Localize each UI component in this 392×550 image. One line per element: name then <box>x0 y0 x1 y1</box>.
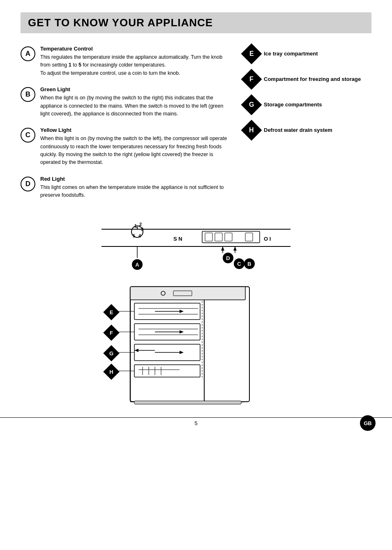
svg-rect-12 <box>215 233 222 241</box>
badge-b: B <box>21 87 35 102</box>
diagram-area: 1 2 3 5 4 S N O I <box>21 217 371 418</box>
main-content: A Temperature Control This regulates the… <box>21 46 371 209</box>
section-a-text: Temperature Control This regulates the t… <box>40 46 232 77</box>
section-b: B Green Light When the light is on (by m… <box>21 86 232 118</box>
page-title: GET TO KNOW YOUR APPLIANCE <box>28 16 364 29</box>
badge-a: A <box>21 46 35 61</box>
svg-rect-30 <box>204 287 249 402</box>
right-column: E Ice tray compartment F Compartment for… <box>244 46 371 209</box>
svg-text:O  I: O I <box>264 236 271 242</box>
badge-g: G <box>241 94 262 115</box>
svg-rect-70 <box>134 401 241 404</box>
left-column: A Temperature Control This regulates the… <box>21 46 232 209</box>
svg-rect-13 <box>225 233 232 241</box>
svg-marker-22 <box>233 246 237 251</box>
badge-h: H <box>241 120 262 141</box>
section-h: H Defrost water drain system <box>244 122 371 138</box>
section-d-body: This light comes on when the temperature… <box>40 184 232 200</box>
appliance-svg: E F G H <box>97 278 295 418</box>
section-b-title: Green Light <box>40 86 232 92</box>
section-a: A Temperature Control This regulates the… <box>21 46 232 77</box>
section-d-text: Red Light This light comes on when the t… <box>40 176 232 200</box>
svg-rect-32 <box>130 287 245 300</box>
page: GET TO KNOW YOUR APPLIANCE A Temperature… <box>0 0 392 435</box>
svg-rect-14 <box>245 233 253 241</box>
footer-divider <box>0 417 392 418</box>
badge-e: E <box>241 44 262 64</box>
section-d-title: Red Light <box>40 176 232 182</box>
svg-rect-11 <box>205 233 212 241</box>
appliance-diagram: E F G H <box>97 278 295 418</box>
section-g-title: Storage compartments <box>264 101 322 108</box>
badge-c: C <box>21 128 35 143</box>
control-panel-diagram: 1 2 3 5 4 S N O I <box>21 217 371 270</box>
section-c-body: When this light is on (by moving the swi… <box>40 135 232 167</box>
svg-text:B: B <box>247 261 251 267</box>
section-f: F Compartment for freezing and storage <box>244 71 371 87</box>
footer: 5 GB <box>0 417 392 426</box>
svg-text:H: H <box>109 369 113 375</box>
svg-text:E: E <box>110 309 113 315</box>
section-e: E Ice tray compartment <box>244 46 371 61</box>
svg-text:2: 2 <box>139 222 142 227</box>
svg-text:D: D <box>226 255 230 261</box>
section-h-title: Defrost water drain system <box>264 127 332 133</box>
section-a-title: Temperature Control <box>40 46 232 52</box>
section-f-title: Compartment for freezing and storage <box>264 76 361 82</box>
section-d: D Red Light This light comes on when the… <box>21 176 232 200</box>
footer-content: 5 GB <box>0 420 392 426</box>
svg-text:F: F <box>110 330 113 336</box>
page-number: 5 <box>194 420 197 426</box>
svg-text:A: A <box>135 262 139 268</box>
svg-text:C: C <box>237 261 241 267</box>
section-c-text: Yellow Light When this light is on (by m… <box>40 127 232 167</box>
svg-marker-21 <box>221 246 224 251</box>
section-c: C Yellow Light When this light is on (by… <box>21 127 232 167</box>
badge-f: F <box>241 69 262 90</box>
section-b-text: Green Light When the light is on (by mov… <box>40 86 232 118</box>
badge-d: D <box>21 177 35 191</box>
svg-text:G: G <box>109 350 113 357</box>
section-c-title: Yellow Light <box>40 127 232 133</box>
title-bar: GET TO KNOW YOUR APPLIANCE <box>21 12 371 33</box>
control-panel-svg: 1 2 3 5 4 S N O I <box>93 217 299 270</box>
section-e-title: Ice tray compartment <box>264 51 318 57</box>
svg-text:S  N: S N <box>173 236 182 242</box>
section-a-body: This regulates the temperature inside th… <box>40 53 232 77</box>
section-g: G Storage compartments <box>244 97 371 112</box>
gb-badge: GB <box>360 415 376 431</box>
section-b-body: When the light is on (by moving the swit… <box>40 94 232 118</box>
